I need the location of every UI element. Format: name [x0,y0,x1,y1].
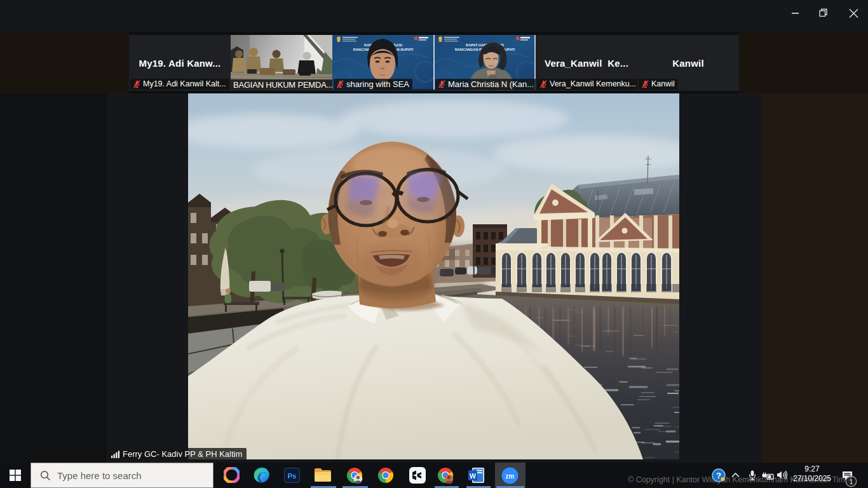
svg-text:?: ? [716,471,721,480]
svg-text:1: 1 [849,478,853,485]
svg-text:zm: zm [506,473,515,480]
svg-text:W: W [470,472,476,480]
svg-text:Ps: Ps [287,472,296,480]
